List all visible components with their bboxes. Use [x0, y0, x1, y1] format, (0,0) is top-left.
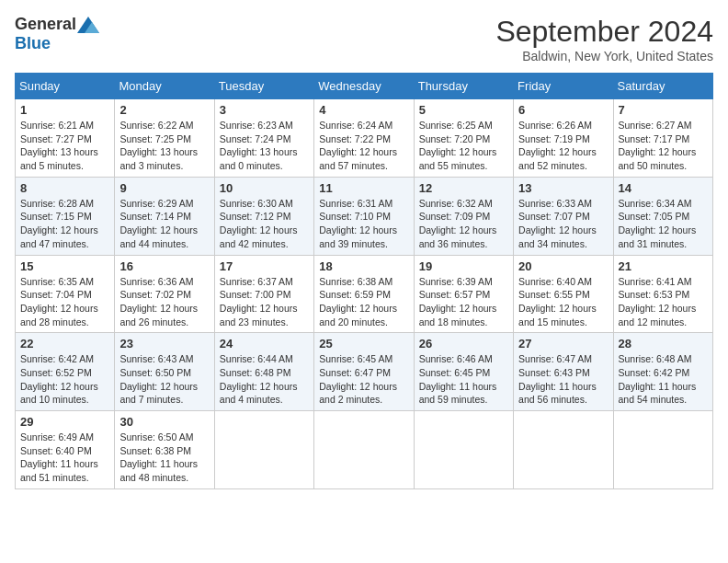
calendar-cell: 11Sunrise: 6:31 AMSunset: 7:10 PMDayligh…: [314, 177, 414, 255]
calendar-cell: [613, 411, 712, 489]
calendar-cell: 30Sunrise: 6:50 AMSunset: 6:38 PMDayligh…: [115, 411, 214, 489]
calendar-cell: 29Sunrise: 6:49 AMSunset: 6:40 PMDayligh…: [16, 411, 115, 489]
day-info: Sunrise: 6:26 AMSunset: 7:19 PMDaylight:…: [518, 119, 608, 173]
day-number: 19: [419, 259, 508, 273]
day-number: 21: [619, 259, 708, 273]
day-info: Sunrise: 6:49 AMSunset: 6:40 PMDaylight:…: [20, 431, 109, 485]
day-info: Sunrise: 6:23 AMSunset: 7:24 PMDaylight:…: [220, 119, 309, 173]
day-number: 2: [119, 103, 209, 117]
day-number: 14: [619, 181, 708, 195]
day-info: Sunrise: 6:41 AMSunset: 6:53 PMDaylight:…: [619, 275, 708, 329]
day-number: 15: [20, 259, 109, 273]
day-header-sunday: Sunday: [16, 74, 115, 99]
calendar-cell: [514, 411, 613, 489]
day-info: Sunrise: 6:38 AMSunset: 6:59 PMDaylight:…: [319, 275, 408, 329]
title-block: September 2024 Baldwin, New York, United…: [495, 15, 713, 63]
day-info: Sunrise: 6:33 AMSunset: 7:07 PMDaylight:…: [518, 197, 608, 251]
calendar-cell: 26Sunrise: 6:46 AMSunset: 6:45 PMDayligh…: [414, 333, 513, 411]
day-number: 5: [419, 103, 508, 117]
calendar-cell: 10Sunrise: 6:30 AMSunset: 7:12 PMDayligh…: [214, 177, 313, 255]
day-info: Sunrise: 6:47 AMSunset: 6:43 PMDaylight:…: [518, 352, 608, 407]
day-info: Sunrise: 6:27 AMSunset: 7:17 PMDaylight:…: [619, 119, 708, 173]
day-number: 8: [20, 181, 109, 195]
day-info: Sunrise: 6:30 AMSunset: 7:12 PMDaylight:…: [220, 197, 309, 251]
page-header: General Blue September 2024 Baldwin, New…: [15, 15, 713, 63]
calendar-cell: 20Sunrise: 6:40 AMSunset: 6:55 PMDayligh…: [514, 255, 613, 333]
day-info: Sunrise: 6:29 AMSunset: 7:14 PMDaylight:…: [119, 197, 209, 251]
calendar-cell: 23Sunrise: 6:43 AMSunset: 6:50 PMDayligh…: [115, 333, 214, 411]
day-number: 30: [119, 415, 209, 429]
day-number: 29: [20, 415, 109, 429]
day-header-monday: Monday: [115, 74, 214, 99]
day-number: 4: [319, 103, 408, 117]
calendar-cell: 15Sunrise: 6:35 AMSunset: 7:04 PMDayligh…: [16, 255, 115, 333]
day-number: 23: [119, 337, 209, 350]
day-info: Sunrise: 6:22 AMSunset: 7:25 PMDaylight:…: [119, 119, 209, 173]
day-header-tuesday: Tuesday: [214, 74, 313, 99]
day-info: Sunrise: 6:32 AMSunset: 7:09 PMDaylight:…: [419, 197, 508, 251]
day-header-wednesday: Wednesday: [314, 74, 414, 99]
day-info: Sunrise: 6:28 AMSunset: 7:15 PMDaylight:…: [20, 197, 109, 251]
day-info: Sunrise: 6:21 AMSunset: 7:27 PMDaylight:…: [20, 119, 109, 173]
calendar-week-row: 29Sunrise: 6:49 AMSunset: 6:40 PMDayligh…: [16, 411, 713, 489]
calendar-header-row: SundayMondayTuesdayWednesdayThursdayFrid…: [16, 74, 713, 99]
calendar-cell: 27Sunrise: 6:47 AMSunset: 6:43 PMDayligh…: [514, 333, 613, 411]
day-info: Sunrise: 6:48 AMSunset: 6:42 PMDaylight:…: [619, 352, 708, 407]
calendar-cell: 5Sunrise: 6:25 AMSunset: 7:20 PMDaylight…: [414, 99, 513, 178]
day-info: Sunrise: 6:24 AMSunset: 7:22 PMDaylight:…: [319, 119, 408, 173]
day-info: Sunrise: 6:40 AMSunset: 6:55 PMDaylight:…: [518, 275, 608, 329]
calendar-cell: 8Sunrise: 6:28 AMSunset: 7:15 PMDaylight…: [16, 177, 115, 255]
day-number: 7: [619, 103, 708, 117]
day-info: Sunrise: 6:36 AMSunset: 7:02 PMDaylight:…: [119, 275, 209, 329]
calendar-cell: 9Sunrise: 6:29 AMSunset: 7:14 PMDaylight…: [115, 177, 214, 255]
day-info: Sunrise: 6:37 AMSunset: 7:00 PMDaylight:…: [220, 275, 309, 329]
day-number: 26: [419, 337, 508, 350]
logo-blue-text: Blue: [15, 34, 51, 53]
logo: General Blue: [15, 15, 99, 53]
calendar-cell: 4Sunrise: 6:24 AMSunset: 7:22 PMDaylight…: [314, 99, 414, 178]
calendar-cell: 18Sunrise: 6:38 AMSunset: 6:59 PMDayligh…: [314, 255, 414, 333]
day-number: 1: [20, 103, 109, 117]
day-number: 28: [619, 337, 708, 350]
day-info: Sunrise: 6:45 AMSunset: 6:47 PMDaylight:…: [319, 352, 408, 407]
calendar-week-row: 8Sunrise: 6:28 AMSunset: 7:15 PMDaylight…: [16, 177, 713, 255]
logo-general-text: General: [15, 15, 76, 34]
day-number: 11: [319, 181, 408, 195]
day-number: 18: [319, 259, 408, 273]
calendar-week-row: 22Sunrise: 6:42 AMSunset: 6:52 PMDayligh…: [16, 333, 713, 411]
day-number: 10: [220, 181, 309, 195]
calendar-table: SundayMondayTuesdayWednesdayThursdayFrid…: [15, 73, 713, 489]
day-info: Sunrise: 6:25 AMSunset: 7:20 PMDaylight:…: [419, 119, 508, 173]
calendar-cell: [214, 411, 313, 489]
day-info: Sunrise: 6:39 AMSunset: 6:57 PMDaylight:…: [419, 275, 508, 329]
calendar-cell: 1Sunrise: 6:21 AMSunset: 7:27 PMDaylight…: [16, 99, 115, 178]
day-number: 16: [119, 259, 209, 273]
day-info: Sunrise: 6:50 AMSunset: 6:38 PMDaylight:…: [119, 431, 209, 485]
day-number: 9: [119, 181, 209, 195]
day-number: 12: [419, 181, 508, 195]
calendar-cell: 12Sunrise: 6:32 AMSunset: 7:09 PMDayligh…: [414, 177, 513, 255]
day-info: Sunrise: 6:46 AMSunset: 6:45 PMDaylight:…: [419, 352, 508, 407]
day-info: Sunrise: 6:35 AMSunset: 7:04 PMDaylight:…: [20, 275, 109, 329]
calendar-cell: 6Sunrise: 6:26 AMSunset: 7:19 PMDaylight…: [514, 99, 613, 178]
calendar-cell: 25Sunrise: 6:45 AMSunset: 6:47 PMDayligh…: [314, 333, 414, 411]
day-info: Sunrise: 6:44 AMSunset: 6:48 PMDaylight:…: [220, 352, 309, 407]
calendar-cell: 7Sunrise: 6:27 AMSunset: 7:17 PMDaylight…: [613, 99, 712, 178]
calendar-cell: 16Sunrise: 6:36 AMSunset: 7:02 PMDayligh…: [115, 255, 214, 333]
day-number: 3: [220, 103, 309, 117]
day-info: Sunrise: 6:31 AMSunset: 7:10 PMDaylight:…: [319, 197, 408, 251]
day-header-saturday: Saturday: [613, 74, 712, 99]
calendar-cell: 22Sunrise: 6:42 AMSunset: 6:52 PMDayligh…: [16, 333, 115, 411]
calendar-cell: 13Sunrise: 6:33 AMSunset: 7:07 PMDayligh…: [514, 177, 613, 255]
calendar-cell: 14Sunrise: 6:34 AMSunset: 7:05 PMDayligh…: [613, 177, 712, 255]
location: Baldwin, New York, United States: [495, 49, 713, 63]
calendar-cell: [314, 411, 414, 489]
calendar-week-row: 15Sunrise: 6:35 AMSunset: 7:04 PMDayligh…: [16, 255, 713, 333]
calendar-cell: 24Sunrise: 6:44 AMSunset: 6:48 PMDayligh…: [214, 333, 313, 411]
day-info: Sunrise: 6:34 AMSunset: 7:05 PMDaylight:…: [619, 197, 708, 251]
day-number: 25: [319, 337, 408, 350]
day-number: 13: [518, 181, 608, 195]
day-number: 6: [518, 103, 608, 117]
day-number: 17: [220, 259, 309, 273]
calendar-cell: 19Sunrise: 6:39 AMSunset: 6:57 PMDayligh…: [414, 255, 513, 333]
